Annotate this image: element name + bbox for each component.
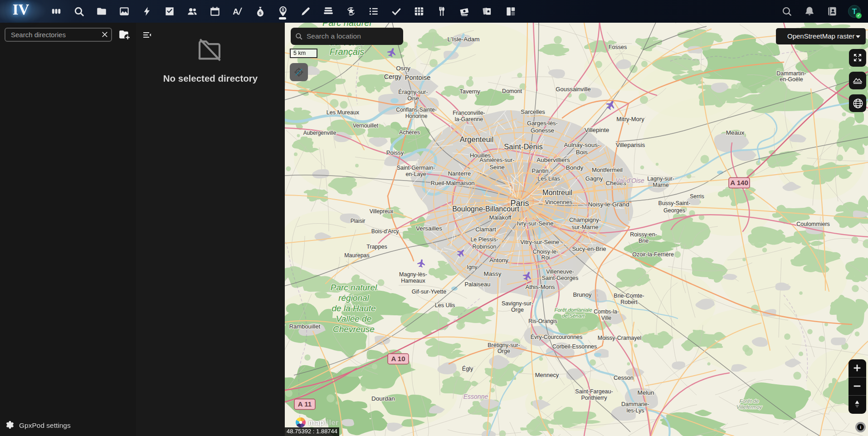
svg-text:Vitry-sur-Seine: Vitry-sur-Seine	[520, 239, 559, 245]
svg-text:Noisy-le-Grand: Noisy-le-Grand	[588, 201, 629, 208]
svg-text:Saint-Denis: Saint-Denis	[504, 142, 542, 151]
svg-text:Brétigny-sur-: Brétigny-sur-	[488, 342, 520, 348]
svg-text:Dammartin-: Dammartin-	[776, 70, 806, 77]
svg-text:Garges-lès-: Garges-lès-	[527, 120, 558, 127]
svg-text:Savigny-sur-: Savigny-sur-	[502, 300, 533, 307]
svg-text:Cesson: Cesson	[614, 374, 634, 381]
svg-text:sur-Marne: sur-Marne	[571, 224, 598, 230]
svg-text:Villeparisis: Villeparisis	[616, 142, 645, 148]
svg-text:Moissy-Cramayel: Moissy-Cramayel	[598, 335, 642, 341]
svg-text:A 140: A 140	[730, 179, 748, 186]
svg-text:Les Ulis: Les Ulis	[435, 302, 455, 309]
svg-text:Sarcelles: Sarcelles	[521, 108, 545, 115]
svg-text:A 11: A 11	[298, 400, 312, 408]
svg-text:Gonesse: Gonesse	[531, 127, 554, 134]
svg-text:Franconville-: Franconville-	[453, 110, 485, 116]
svg-text:de Sénart: de Sénart	[562, 313, 585, 318]
svg-text:Français: Français	[330, 47, 365, 57]
svg-text:Seine: Seine	[489, 164, 504, 171]
svg-text:Orge: Orge	[497, 348, 510, 354]
svg-text:A 10: A 10	[391, 355, 405, 363]
svg-text:Clamart: Clamart	[475, 226, 496, 233]
svg-text:Brie: Brie	[639, 238, 649, 244]
svg-text:Bondy: Bondy	[566, 164, 584, 171]
svg-text:Hameaux: Hameaux	[401, 278, 425, 284]
svg-text:Villeneuve-: Villeneuve-	[546, 269, 574, 275]
svg-text:Ris-Orangis: Ris-Orangis	[528, 318, 557, 324]
svg-text:Magny-lès-: Magny-lès-	[399, 271, 427, 278]
svg-text:Melun: Melun	[638, 389, 654, 396]
svg-text:$: $	[259, 10, 262, 15]
svg-text:Boulogne-Billancourt: Boulogne-Billancourt	[452, 205, 519, 213]
svg-text:Conflans-Sainte-: Conflans-Sainte-	[396, 107, 436, 113]
svg-text:Pantin: Pantin	[532, 167, 549, 174]
svg-text:Forêt de: Forêt de	[740, 398, 759, 404]
svg-text:Malakoff: Malakoff	[489, 214, 512, 221]
svg-text:Brunoy: Brunoy	[573, 291, 592, 298]
svg-text:L'Isle-Adam: L'Isle-Adam	[448, 36, 480, 43]
svg-text:Champigny-: Champigny-	[569, 216, 601, 223]
svg-text:Domont: Domont	[502, 88, 522, 94]
svg-text:Antony: Antony	[489, 257, 508, 264]
svg-text:Vincennes: Vincennes	[545, 199, 573, 206]
svg-text:Sucy-en-Brie: Sucy-en-Brie	[572, 245, 606, 252]
svg-text:Ville: Ville	[601, 315, 612, 321]
svg-text:Évry-Courcouronnes: Évry-Courcouronnes	[531, 333, 583, 340]
svg-text:Achères: Achères	[399, 129, 420, 136]
svg-text:Trappes: Trappes	[366, 244, 387, 250]
svg-text:Lagny-sur-: Lagny-sur-	[647, 176, 674, 182]
svg-text:Goussainville: Goussainville	[556, 86, 590, 93]
svg-text:Bois: Bois	[576, 149, 588, 156]
svg-text:Aulnay-sous-: Aulnay-sous-	[564, 142, 600, 148]
svg-text:Corbeil-Essonnes: Corbeil-Essonnes	[552, 343, 597, 350]
svg-text:Taverny: Taverny	[459, 88, 480, 95]
svg-text:Roi: Roi	[541, 255, 550, 261]
svg-text:Ivry-sur-Seine: Ivry-sur-Seine	[517, 220, 554, 227]
svg-text:Val-d'Oise: Val-d'Oise	[615, 177, 644, 184]
svg-text:Égly: Égly	[462, 365, 473, 372]
svg-text:Pontoise: Pontoise	[405, 74, 430, 81]
svg-text:Palaiseau: Palaiseau	[464, 281, 490, 288]
svg-text:Fosses: Fosses	[609, 44, 627, 50]
svg-text:Oise: Oise	[407, 95, 419, 102]
svg-text:Coulommiers: Coulommiers	[796, 221, 830, 227]
svg-text:Montreuil: Montreuil	[542, 189, 572, 196]
svg-text:Gif-sur-Yvette: Gif-sur-Yvette	[412, 289, 446, 295]
svg-text:Serris: Serris	[690, 193, 704, 200]
svg-text:Marne: Marne	[653, 182, 668, 188]
svg-text:Ozoir-la-Ferrière: Ozoir-la-Ferrière	[632, 251, 674, 258]
svg-text:Osny: Osny	[396, 65, 410, 72]
svg-text:Versailles: Versailles	[416, 225, 442, 232]
svg-text:Bussy-Saint-: Bussy-Saint-	[658, 200, 691, 206]
svg-text:Villepreux: Villepreux	[370, 208, 393, 215]
svg-text:Roissy-en-: Roissy-en-	[630, 231, 657, 238]
svg-text:Mennecy: Mennecy	[535, 372, 559, 378]
svg-text:les-Lys: les-Lys	[626, 407, 644, 414]
svg-text:Saint-Germain-: Saint-Germain-	[397, 165, 435, 171]
svg-text:Cergy: Cergy	[384, 73, 402, 80]
svg-text:Poissy: Poissy	[386, 149, 404, 156]
svg-text:Villepinte: Villepinte	[585, 127, 610, 133]
svg-text:Nanterre: Nanterre	[448, 170, 471, 177]
svg-text:Chevreuse: Chevreuse	[333, 324, 375, 334]
svg-text:Forêt domaniale: Forêt domaniale	[554, 307, 592, 313]
svg-text:Robert: Robert	[620, 299, 638, 305]
svg-text:Vallée de: Vallée de	[336, 314, 372, 323]
svg-text:Montfermeil: Montfermeil	[592, 167, 623, 173]
svg-text:Parc naturel: Parc naturel	[322, 23, 371, 28]
svg-text:Asnières-sur-: Asnières-sur-	[479, 157, 514, 163]
svg-text:Parc naturel: Parc naturel	[331, 283, 377, 292]
svg-text:Robinson: Robinson	[473, 244, 497, 250]
svg-text:Les Mureaux: Les Mureaux	[327, 109, 360, 116]
svg-text:Les Lilas: Les Lilas	[537, 176, 560, 182]
svg-text:Brie-Comte-: Brie-Comte-	[614, 293, 644, 299]
svg-text:Athis-Mons: Athis-Mons	[525, 284, 555, 290]
svg-text:Dourdan: Dourdan	[371, 395, 395, 402]
svg-text:Rueil-Malmaison: Rueil-Malmaison	[431, 180, 475, 186]
svg-text:Saint-Fargeau-: Saint-Fargeau-	[575, 388, 613, 395]
svg-text:Villefermoy: Villefermoy	[736, 404, 763, 410]
svg-text:Essonne: Essonne	[463, 393, 488, 400]
svg-text:en-Laye: en-Laye	[405, 171, 426, 177]
svg-text:Argenteuil: Argenteuil	[460, 135, 493, 143]
svg-text:A: A	[233, 7, 239, 16]
